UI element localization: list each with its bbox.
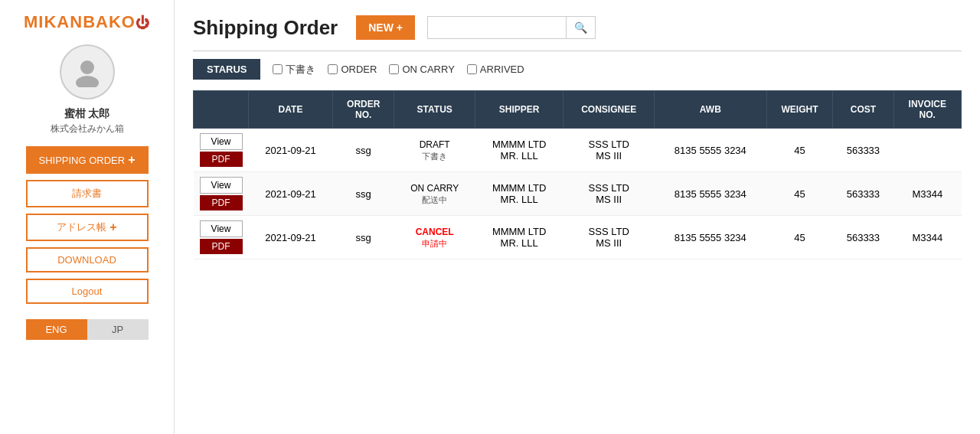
consignee-cell: SSS LTDMS III [564,172,655,216]
lang-jp-button[interactable]: JP [87,319,149,340]
status-text: ON CARRY [410,183,459,194]
filter-order[interactable]: ORDER [328,64,377,75]
cost-cell: 563333 [833,216,893,259]
address-label: アドレス帳 [57,220,106,234]
col-header-cost: COST [833,91,893,129]
col-header-order-no: ORDERNO. [333,91,394,129]
sidebar-item-shipping-order[interactable]: SHIPPING ORDER + [26,146,149,174]
filter-draft-label: 下書き [286,63,315,77]
search-bar: 🔍 [427,16,596,39]
col-header-status: STATUS [394,91,475,129]
col-header-awb: AWB [655,91,767,129]
language-switcher: ENG JP [26,319,149,340]
filter-on-carry[interactable]: ON CARRY [389,64,454,75]
cost-cell: 563333 [833,129,893,172]
weight-cell: 45 [766,172,833,216]
order-no-cell: ssg [333,216,394,259]
filter-arrived[interactable]: ARRIVED [467,64,524,75]
status-filter-bar: STARUS 下書き ORDER ON CARRY ARRIVED [193,59,962,80]
table-wrapper: DATE ORDERNO. STATUS SHIPPER CONSIGNEE A… [193,90,962,434]
date-cell: 2021-09-21 [249,172,333,216]
status-sub: 配送中 [422,195,447,204]
status-active-button[interactable]: STARUS [193,59,260,80]
status-cell: CANCEL申請中 [394,216,475,259]
search-input[interactable] [428,18,566,38]
col-header-weight: WEIGHT [766,91,833,129]
filter-draft[interactable]: 下書き [273,63,315,77]
logo-power-icon: ⏻ [136,15,150,31]
weight-cell: 45 [766,129,833,172]
table-header-row: DATE ORDERNO. STATUS SHIPPER CONSIGNEE A… [194,91,962,129]
invoice-no-cell: M3344 [893,216,962,259]
pdf-button[interactable]: PDF [200,195,243,210]
sidebar: MIKANBAKO⏻ 蜜柑 太郎 株式会社みかん箱 SHIPPING ORDER… [0,0,175,434]
table-row: View PDF 2021-09-21 ssg CANCEL申請中 MMMM L… [194,216,962,259]
awb-cell: 8135 5555 3234 [655,172,767,216]
table-row: View PDF 2021-09-21 ssg DRAFT下書き MMMM LT… [194,129,962,172]
filter-on-carry-label: ON CARRY [402,64,454,75]
status-text: DRAFT [420,139,450,150]
logout-label: Logout [72,286,103,297]
lang-eng-button[interactable]: ENG [26,319,87,340]
logo: MIKANBAKO⏻ [24,12,150,32]
new-button[interactable]: NEW + [356,15,415,40]
filter-on-carry-checkbox[interactable] [389,64,399,74]
view-button[interactable]: View [200,177,243,194]
status-cell: DRAFT下書き [394,129,475,172]
col-header-date: DATE [249,91,333,129]
main-content: Shipping Order NEW + 🔍 STARUS 下書き ORDER … [175,0,980,434]
sidebar-item-address[interactable]: アドレス帳 + [26,214,149,241]
table-row: View PDF 2021-09-21 ssg ON CARRY配送中 MMMM… [194,172,962,216]
search-button[interactable]: 🔍 [566,17,595,38]
status-cancel: CANCEL [416,227,454,237]
invoice-label: 請求書 [72,187,102,201]
user-icon [72,57,103,87]
col-header-shipper: SHIPPER [475,91,563,129]
weight-cell: 45 [766,216,833,259]
divider [193,51,962,51]
avatar [60,44,115,100]
sidebar-item-invoice[interactable]: 請求書 [26,180,149,207]
date-cell: 2021-09-21 [249,129,333,172]
invoice-no-cell: M3344 [893,172,962,216]
shipper-cell: MMMM LTDMR. LLL [475,129,563,172]
sidebar-item-logout[interactable]: Logout [26,279,149,304]
user-company: 株式会社みかん箱 [51,122,124,135]
view-button[interactable]: View [200,220,243,237]
shipper-cell: MMMM LTDMR. LLL [475,216,563,259]
date-cell: 2021-09-21 [249,216,333,259]
filter-order-checkbox[interactable] [328,64,338,74]
pdf-button[interactable]: PDF [200,239,243,254]
order-no-cell: ssg [333,172,394,216]
col-header-actions [194,91,249,129]
svg-point-0 [80,60,94,74]
pdf-button[interactable]: PDF [200,152,243,167]
shipper-cell: MMMM LTDMR. LLL [475,172,563,216]
view-button[interactable]: View [200,133,243,150]
shipping-order-label: SHIPPING ORDER [38,155,125,166]
sidebar-item-download[interactable]: DOWNLOAD [26,247,149,272]
awb-cell: 8135 5555 3234 [655,129,767,172]
top-bar: Shipping Order NEW + 🔍 [193,15,962,40]
filter-draft-checkbox[interactable] [273,64,283,74]
address-plus-icon[interactable]: + [109,220,116,234]
filter-arrived-checkbox[interactable] [467,64,477,74]
consignee-cell: SSS LTDMS III [564,216,655,259]
status-cell: ON CARRY配送中 [394,172,475,216]
status-sub: 下書き [422,152,447,161]
svg-point-1 [76,76,99,87]
order-no-cell: ssg [333,129,394,172]
action-cell: View PDF [194,216,249,259]
col-header-invoice-no: INVOICENO. [893,91,962,129]
logo-text: MIKANBAKO [24,12,136,31]
shipping-order-plus-icon[interactable]: + [128,153,135,167]
download-label: DOWNLOAD [57,254,116,266]
filter-arrived-label: ARRIVED [480,64,524,75]
page-title: Shipping Order [193,16,338,40]
col-header-consignee: CONSIGNEE [564,91,655,129]
action-cell: View PDF [194,172,249,216]
awb-cell: 8135 5555 3234 [655,216,767,259]
invoice-no-cell [893,129,962,172]
action-cell: View PDF [194,129,249,172]
filter-order-label: ORDER [341,64,377,75]
